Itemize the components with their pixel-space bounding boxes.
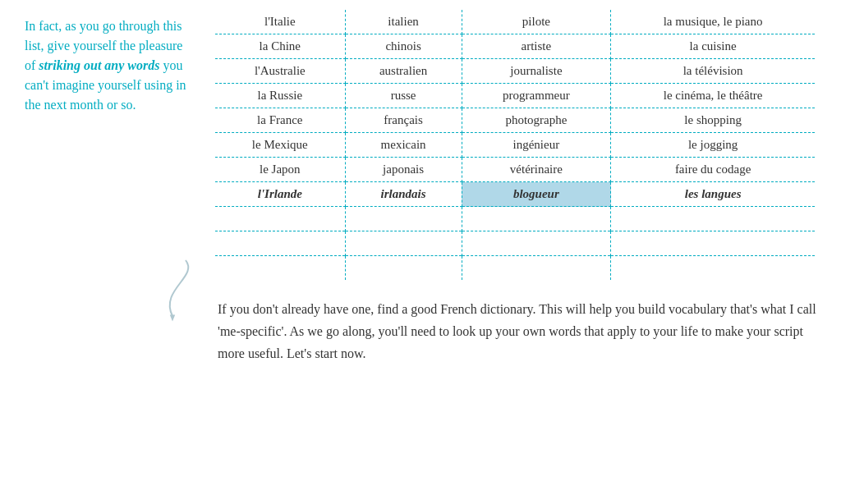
table-cell: français — [345, 108, 462, 133]
table-row: la Russierusseprogrammeurle cinéma, le t… — [214, 84, 816, 108]
table-cell — [214, 207, 345, 231]
table-cell: australien — [345, 59, 462, 84]
bottom-paragraph: If you don't already have one, find a go… — [218, 298, 817, 365]
table-cell — [345, 231, 462, 256]
table-cell: les langues — [611, 182, 816, 207]
table-cell: la musique, le piano — [611, 9, 816, 34]
table-cell: blogueur — [462, 182, 611, 207]
table-cell — [462, 256, 611, 281]
table-cell: la France — [214, 108, 345, 133]
table-row: la Chinechinoisartistela cuisine — [214, 34, 816, 59]
left-text-bold: striking out any words — [39, 58, 159, 72]
table-row — [214, 207, 816, 231]
table-cell: chinois — [345, 34, 462, 59]
table-cell: journaliste — [462, 59, 611, 84]
table-cell: irlandais — [345, 182, 462, 207]
table-cell: la Chine — [214, 34, 345, 59]
table-row: le Japonjaponaisvétérinairefaire du coda… — [214, 158, 816, 182]
table-cell — [611, 256, 816, 281]
table-cell: le Japon — [214, 158, 345, 182]
table-row: l'Italieitalienpilotela musique, le pian… — [214, 9, 816, 34]
table-cell: programmeur — [462, 84, 611, 108]
table-cell: italien — [345, 9, 462, 34]
table-cell: faire du codage — [611, 158, 816, 182]
page-container: In fact, as you go through this list, gi… — [0, 0, 841, 504]
table-cell: russe — [345, 84, 462, 108]
table-cell — [214, 256, 345, 281]
table-row: la Francefrançaisphotographele shopping — [214, 108, 816, 133]
table-cell — [345, 207, 462, 231]
table-cell: pilote — [462, 9, 611, 34]
left-panel: In fact, as you go through this list, gi… — [16, 8, 205, 282]
table-cell — [462, 207, 611, 231]
vocabulary-table: l'Italieitalienpilotela musique, le pian… — [214, 8, 816, 282]
table-cell: l'Irlande — [214, 182, 345, 207]
table-cell — [214, 231, 345, 256]
table-row — [214, 256, 816, 281]
table-cell: le shopping — [611, 108, 816, 133]
table-cell: l'Australie — [214, 59, 345, 84]
table-container: l'Italieitalienpilotela musique, le pian… — [205, 8, 825, 282]
table-cell: la Russie — [214, 84, 345, 108]
table-row: l'Australieaustralienjournalistela télév… — [214, 59, 816, 84]
table-row — [214, 231, 816, 256]
table-cell: le jogging — [611, 133, 816, 158]
table-cell: artiste — [462, 34, 611, 59]
table-cell: japonais — [345, 158, 462, 182]
table-cell — [611, 231, 816, 256]
table-cell: le Mexique — [214, 133, 345, 158]
table-cell — [611, 207, 816, 231]
table-cell: photographe — [462, 108, 611, 133]
table-cell: la télévision — [611, 59, 816, 84]
table-cell — [462, 231, 611, 256]
table-cell: la cuisine — [611, 34, 816, 59]
bottom-section: If you don't already have one, find a go… — [197, 282, 838, 373]
table-cell — [345, 256, 462, 281]
top-section: In fact, as you go through this list, gi… — [0, 8, 841, 282]
table-row: le Mexiquemexicainingénieurle jogging — [214, 133, 816, 158]
table-cell: vétérinaire — [462, 158, 611, 182]
table-row: l'Irlandeirlandaisblogueurles langues — [214, 182, 816, 207]
table-cell: mexicain — [345, 133, 462, 158]
table-cell: ingénieur — [462, 133, 611, 158]
curve-arrow-icon — [148, 257, 197, 323]
table-cell: l'Italie — [214, 9, 345, 34]
svg-marker-0 — [170, 314, 175, 321]
table-cell: le cinéma, le théâtre — [611, 84, 816, 108]
